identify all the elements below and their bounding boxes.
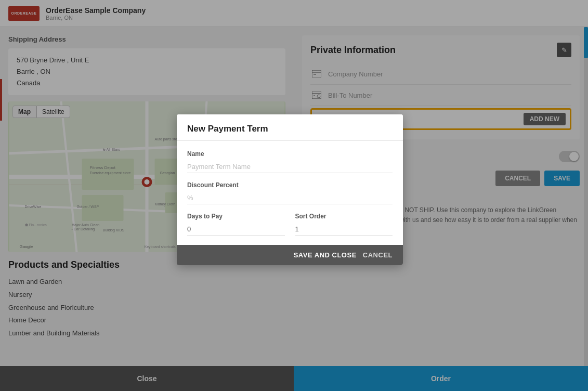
modal-footer: SAVE AND CLOSE CANCEL [177, 245, 403, 265]
sort-order-value: 1 [295, 223, 393, 236]
modal-title: New Payment Term [187, 124, 393, 134]
discount-field-label: Discount Percent [187, 181, 393, 189]
name-field-input[interactable] [187, 161, 393, 173]
modal-save-and-close-button[interactable]: SAVE AND CLOSE [294, 251, 357, 259]
field-row: Days to Pay 0 Sort Order 1 [187, 213, 393, 236]
days-to-pay-col: Days to Pay 0 [187, 213, 285, 236]
days-to-pay-label: Days to Pay [187, 213, 285, 220]
modal-cancel-button[interactable]: CANCEL [363, 251, 393, 259]
modal-body: Name Discount Percent Days to Pay 0 Sort… [177, 141, 403, 245]
modal: New Payment Term Name Discount Percent D… [177, 114, 403, 265]
days-to-pay-value: 0 [187, 223, 285, 236]
sort-order-col: Sort Order 1 [295, 213, 393, 236]
sort-order-label: Sort Order [295, 213, 393, 220]
modal-header: New Payment Term [177, 114, 403, 141]
discount-field-input[interactable] [187, 192, 393, 204]
name-field-label: Name [187, 150, 393, 158]
